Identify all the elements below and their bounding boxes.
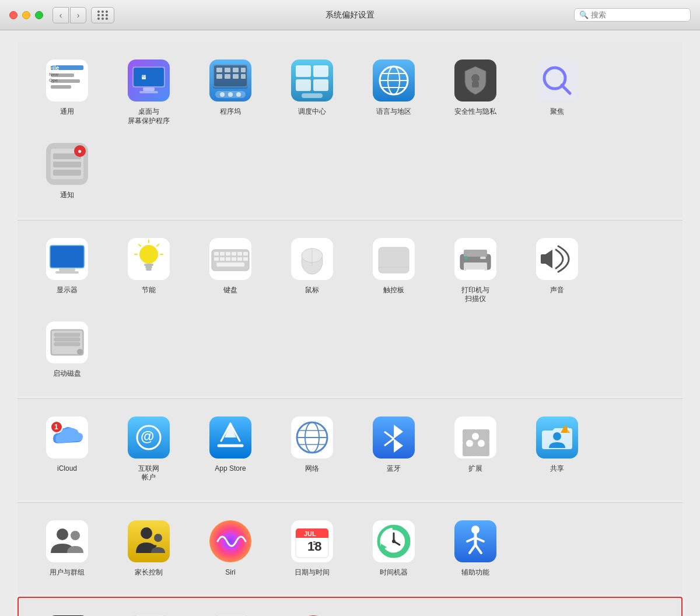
item-startup[interactable]: 启动磁盘 bbox=[29, 316, 105, 384]
item-users[interactable]: 用户与群组 bbox=[29, 514, 105, 583]
svg-rect-62 bbox=[144, 264, 153, 266]
svg-rect-18 bbox=[216, 68, 222, 72]
hardware-grid: 显示器 bbox=[23, 232, 677, 384]
item-internet[interactable]: @ 互联网帐户 bbox=[111, 411, 187, 488]
search-input[interactable] bbox=[591, 10, 685, 19]
svg-text:Ope: Ope bbox=[49, 78, 58, 83]
grid-view-button[interactable] bbox=[91, 7, 114, 23]
item-desktop[interactable]: 🖥 桌面与屏幕保护程序 bbox=[111, 54, 187, 131]
dock-label: 程序坞 bbox=[220, 107, 241, 117]
svg-rect-96 bbox=[464, 262, 487, 271]
item-flash[interactable]: Flash Player bbox=[30, 610, 106, 616]
svg-point-144 bbox=[141, 527, 152, 539]
desktop-icon: 🖥 bbox=[128, 60, 170, 102]
item-notifications[interactable]: ● 通知 bbox=[29, 137, 105, 206]
item-java[interactable]: java Java bbox=[112, 610, 188, 616]
item-parental[interactable]: 家长控制 bbox=[111, 514, 187, 583]
item-bluetooth[interactable]: 蓝牙 bbox=[356, 411, 432, 488]
item-mission[interactable]: 调度中心 bbox=[274, 54, 350, 131]
item-general[interactable]: File New Ope 通用 bbox=[29, 54, 105, 131]
dock-icon bbox=[209, 60, 251, 102]
network-icon bbox=[291, 416, 333, 459]
svg-rect-74 bbox=[226, 252, 230, 256]
trackpad-label: 触控板 bbox=[383, 286, 404, 295]
item-security[interactable]: 安全性与隐私 bbox=[438, 54, 513, 131]
internet-grid: 1 iCloud bbox=[23, 411, 677, 488]
svg-rect-64 bbox=[146, 268, 152, 271]
maximize-button[interactable] bbox=[35, 11, 43, 19]
svg-point-136 bbox=[478, 440, 485, 447]
item-keyboard[interactable]: 键盘 bbox=[192, 232, 268, 310]
item-extensions[interactable]: 扩展 bbox=[438, 411, 513, 488]
svg-rect-33 bbox=[296, 79, 311, 91]
search-icon: 🔍 bbox=[579, 10, 589, 19]
item-tuxera[interactable]: T Tuxera NTFS bbox=[275, 610, 351, 616]
item-timemachine[interactable]: 时间机器 bbox=[356, 514, 432, 583]
forward-button[interactable]: › bbox=[70, 7, 86, 23]
item-icloud[interactable]: 1 iCloud bbox=[29, 411, 105, 488]
appstore-icon bbox=[209, 416, 251, 459]
item-ntfs[interactable]: NTFS for Mac NTFS for Mac bbox=[194, 610, 270, 616]
language-label: 语言与地区 bbox=[376, 107, 411, 117]
energy-label: 节能 bbox=[142, 286, 156, 295]
svg-text:File: File bbox=[49, 65, 60, 71]
svg-rect-155 bbox=[313, 544, 316, 545]
search-box[interactable]: 🔍 bbox=[574, 8, 691, 22]
svg-rect-154 bbox=[313, 541, 316, 542]
displays-label: 显示器 bbox=[57, 286, 78, 295]
svg-rect-57 bbox=[51, 246, 83, 267]
sound-icon bbox=[536, 238, 578, 280]
item-sound[interactable]: 声音 bbox=[519, 232, 595, 310]
svg-point-145 bbox=[154, 534, 162, 542]
titlebar: ‹ › 系统偏好设置 🔍 bbox=[0, 0, 700, 30]
svg-point-99 bbox=[464, 256, 468, 260]
item-dock[interactable]: 程序坞 bbox=[192, 54, 268, 131]
item-mouse[interactable]: 鼠标 bbox=[274, 232, 350, 310]
minimize-button[interactable] bbox=[22, 11, 30, 19]
svg-rect-24 bbox=[233, 74, 239, 79]
svg-rect-78 bbox=[214, 257, 219, 261]
back-button[interactable]: ‹ bbox=[52, 7, 69, 23]
svg-text:!: ! bbox=[567, 427, 569, 433]
siri-label: Siri bbox=[225, 568, 235, 578]
svg-rect-101 bbox=[541, 254, 547, 264]
item-spotlight[interactable]: 聚焦 bbox=[519, 54, 595, 131]
item-accessibility[interactable]: 辅助功能 bbox=[438, 514, 513, 583]
item-network[interactable]: 网络 bbox=[274, 411, 350, 488]
svg-text:🖥: 🖥 bbox=[141, 74, 146, 80]
svg-point-43 bbox=[471, 74, 480, 82]
spotlight-label: 聚焦 bbox=[550, 107, 564, 117]
svg-rect-77 bbox=[243, 252, 248, 256]
item-sharing[interactable]: ! 共享 bbox=[519, 411, 595, 488]
svg-rect-80 bbox=[226, 257, 230, 261]
svg-rect-34 bbox=[313, 79, 328, 91]
siri-icon bbox=[209, 520, 251, 562]
item-displays[interactable]: 显示器 bbox=[29, 232, 105, 310]
appstore-label: App Store bbox=[215, 464, 246, 474]
users-icon bbox=[46, 520, 88, 562]
item-appstore[interactable]: App Store bbox=[192, 411, 268, 488]
svg-point-134 bbox=[472, 433, 479, 440]
icloud-icon: 1 bbox=[46, 416, 88, 459]
grid-dots-icon bbox=[97, 10, 108, 20]
item-datetime[interactable]: JUL 18 日期与时间 bbox=[274, 514, 350, 583]
item-siri[interactable]: Siri bbox=[192, 514, 268, 583]
svg-rect-32 bbox=[313, 65, 328, 77]
section-internet: 1 iCloud bbox=[18, 399, 682, 500]
item-energy[interactable]: 节能 bbox=[111, 232, 187, 310]
item-trackpad[interactable]: 触控板 bbox=[356, 232, 432, 310]
item-printers[interactable]: 打印机与扫描仪 bbox=[438, 232, 513, 310]
svg-rect-11 bbox=[143, 88, 155, 91]
svg-rect-20 bbox=[233, 68, 239, 72]
nav-buttons: ‹ › bbox=[52, 7, 86, 23]
svg-text:18: 18 bbox=[307, 539, 321, 554]
bluetooth-label: 蓝牙 bbox=[387, 464, 401, 474]
timemachine-label: 时间机器 bbox=[380, 568, 408, 578]
system-grid: 用户与群组 bbox=[23, 514, 677, 583]
item-language[interactable]: 语言与地区 bbox=[356, 54, 432, 131]
svg-rect-105 bbox=[54, 333, 80, 337]
svg-point-27 bbox=[220, 92, 225, 97]
close-button[interactable] bbox=[9, 11, 18, 19]
svg-point-28 bbox=[228, 92, 233, 97]
svg-rect-98 bbox=[480, 257, 486, 259]
